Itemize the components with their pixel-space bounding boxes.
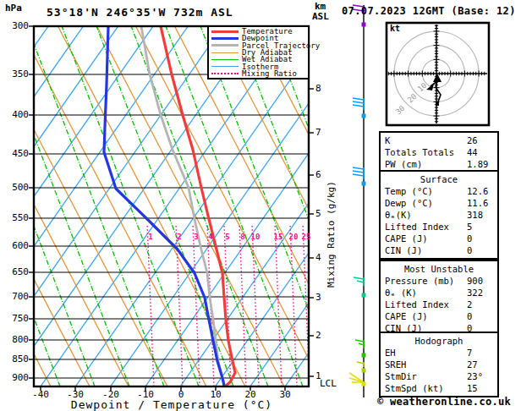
mixing-ratio-value-label: 5 bbox=[225, 233, 229, 241]
pressure-unit-label: hPa bbox=[5, 3, 22, 13]
table-row-value: 322 bbox=[467, 287, 483, 299]
pressure-tick-label: 900 bbox=[3, 373, 29, 382]
mixing-ratio-value-label: 2 bbox=[177, 233, 181, 241]
table-row-value: 12.6 bbox=[467, 185, 488, 197]
table-row-label: StmSpd (kt) bbox=[385, 382, 467, 394]
pressure-tick-label: 850 bbox=[3, 354, 29, 364]
mixing-ratio-value-label: 1 bbox=[148, 233, 152, 241]
table-title: Most Unstable bbox=[381, 263, 497, 275]
table-row: SREH27 bbox=[381, 359, 497, 370]
lcl-label: LCL bbox=[320, 379, 337, 388]
asl-unit-label: ASL bbox=[312, 12, 329, 21]
table-title: Hodograph bbox=[381, 335, 497, 347]
legend-line-sample bbox=[211, 44, 239, 47]
table-row-value: 27 bbox=[467, 359, 478, 370]
hodograph-unit-label: kt bbox=[390, 25, 400, 33]
mixing-ratio-value-label: 10 bbox=[251, 233, 261, 241]
km-unit-label: km bbox=[315, 2, 326, 11]
table-row: K26 bbox=[381, 134, 497, 146]
pressure-tick-label: 800 bbox=[3, 335, 29, 344]
legend-item-label: Mixing Ratio bbox=[242, 69, 297, 78]
table-row-label: θₑ (K) bbox=[385, 287, 467, 299]
temperature-tick-label: 30 bbox=[279, 390, 290, 399]
legend-line-sample bbox=[211, 30, 239, 33]
table-row: CIN (J)0 bbox=[381, 244, 497, 256]
legend: TemperatureDewpointParcel TrajectoryDry … bbox=[207, 25, 310, 79]
table-row-label: SREH bbox=[385, 359, 467, 370]
mixing-ratio-value-label: 8 bbox=[240, 233, 244, 241]
mixing-ratio-axis-label: Mixing Ratio (g/kg) bbox=[326, 181, 336, 288]
legend-line-sample bbox=[211, 66, 239, 67]
table-row-value: 11.6 bbox=[467, 197, 488, 209]
table-row: StmDir23° bbox=[381, 370, 497, 382]
table-row-value: 5 bbox=[467, 221, 472, 233]
pressure-tick-label: 650 bbox=[3, 267, 29, 277]
table-row-value: 900 bbox=[467, 275, 483, 287]
table-row-label: Lifted Index bbox=[385, 299, 467, 310]
legend-item: Mixing Ratio bbox=[211, 70, 308, 77]
table-row-label: K bbox=[385, 134, 467, 146]
pressure-tick-label: 300 bbox=[3, 21, 29, 30]
table-row-label: CAPE (J) bbox=[385, 233, 467, 244]
surface-table: SurfaceTemp (°C)12.6Dewp (°C)11.6θₑ(K)31… bbox=[379, 170, 499, 260]
mixing-ratio-value-label: 4 bbox=[208, 233, 212, 241]
table-row: EH7 bbox=[381, 347, 497, 359]
table-row-label: Dewp (°C) bbox=[385, 197, 467, 209]
pressure-tick-label: 550 bbox=[3, 213, 29, 222]
mixing-ratio-value-label: 15 bbox=[274, 233, 283, 241]
legend-line-sample bbox=[211, 59, 239, 60]
table-row-label: CIN (J) bbox=[385, 244, 467, 256]
table-row-label: Lifted Index bbox=[385, 221, 467, 233]
km-tick-label: 3 bbox=[315, 293, 321, 302]
most-unstable-table: Most UnstablePressure (mb)900θₑ (K)322Li… bbox=[379, 260, 499, 337]
table-row-label: θₑ(K) bbox=[385, 209, 467, 221]
table-row-value: 26 bbox=[467, 134, 478, 146]
table-row-value: 318 bbox=[467, 209, 483, 221]
x-axis-label: Dewpoint / Temperature (°C) bbox=[71, 399, 272, 410]
table-row-label: PW (cm) bbox=[385, 158, 467, 170]
pressure-tick-label: 350 bbox=[3, 69, 29, 79]
table-row-value: 2 bbox=[467, 299, 472, 310]
hodograph-table: HodographEH7SREH27StmDir23°StmSpd (kt)15 bbox=[379, 332, 499, 397]
table-row-label: Totals Totals bbox=[385, 146, 467, 158]
table-row: Lifted Index2 bbox=[381, 299, 497, 310]
table-row-value: 7 bbox=[467, 347, 472, 359]
temperature-tick-label: -40 bbox=[32, 390, 49, 399]
table-row-value: 44 bbox=[467, 146, 478, 158]
table-row: Dewp (°C)11.6 bbox=[381, 197, 497, 209]
legend-line-sample bbox=[211, 52, 239, 53]
table-row-value: 1.89 bbox=[467, 158, 488, 170]
table-row: StmSpd (kt)15 bbox=[381, 382, 497, 394]
table-row: Temp (°C)12.6 bbox=[381, 185, 497, 197]
mixing-ratio-value-label: 3 bbox=[194, 233, 198, 241]
pressure-tick-label: 700 bbox=[3, 292, 29, 301]
skewt-sounding-chart: hPa 53°18'N 246°35'W 732m ASL km ASL 07.… bbox=[0, 0, 532, 411]
km-tick-label: 5 bbox=[315, 209, 321, 218]
table-row: Lifted Index5 bbox=[381, 221, 497, 233]
legend-line-sample bbox=[211, 73, 239, 74]
mixing-ratio-value-label: 25 bbox=[302, 233, 311, 241]
table-row: θₑ(K)318 bbox=[381, 209, 497, 221]
indices-table: K26Totals Totals44PW (cm)1.89 bbox=[379, 131, 499, 173]
km-tick-label: 8 bbox=[315, 84, 321, 93]
table-row-label: StmDir bbox=[385, 370, 467, 382]
table-row: Pressure (mb)900 bbox=[381, 275, 497, 287]
pressure-tick-label: 450 bbox=[3, 149, 29, 158]
km-tick-label: 4 bbox=[315, 253, 321, 262]
pressure-tick-label: 400 bbox=[3, 110, 29, 119]
table-row: θₑ (K)322 bbox=[381, 287, 497, 299]
table-row-label: CAPE (J) bbox=[385, 310, 467, 322]
table-row-value: 0 bbox=[467, 310, 472, 322]
mixing-ratio-value-label: 20 bbox=[289, 233, 299, 241]
copyright: © weatheronline.co.uk bbox=[377, 397, 511, 407]
table-row-value: 23° bbox=[467, 370, 483, 382]
table-row-label: EH bbox=[385, 347, 467, 359]
table-row-label: Pressure (mb) bbox=[385, 275, 467, 287]
table-row-value: 0 bbox=[467, 244, 472, 256]
km-tick-label: 7 bbox=[315, 128, 321, 137]
pressure-tick-label: 500 bbox=[3, 183, 29, 192]
table-row: CAPE (J)0 bbox=[381, 233, 497, 244]
table-title: Surface bbox=[381, 173, 497, 185]
table-row-value: 15 bbox=[467, 382, 478, 394]
legend-line-sample bbox=[211, 37, 239, 40]
